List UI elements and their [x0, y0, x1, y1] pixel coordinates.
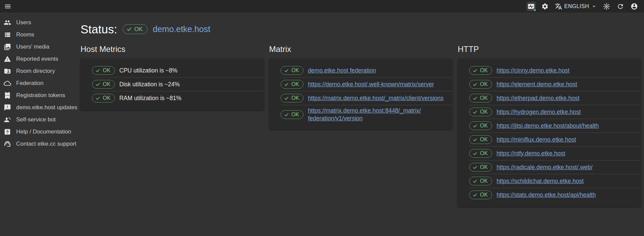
- sidebar-item-label: Users' media: [16, 43, 50, 50]
- sidebar: UsersRoomsUsers' mediaReported eventsRoo…: [0, 12, 80, 150]
- status-link[interactable]: demo.etke.host federation: [308, 67, 376, 75]
- warning-icon: [4, 55, 11, 63]
- status-link[interactable]: https:/​/​radicale.demo.etke.host/​.web/…: [496, 164, 592, 171]
- sidebar-item-room-directory[interactable]: Room directory: [0, 65, 80, 77]
- status-link[interactable]: https:/​/​demo.etke.host/​.well-known/​m…: [308, 81, 434, 88]
- check-icon: [95, 68, 100, 73]
- list-icon: [4, 31, 11, 38]
- status-row: OKhttps:/​/​ntfy.demo.etke.host: [458, 147, 641, 160]
- ok-chip-label: OK: [291, 82, 299, 87]
- status-row: OKhttps:/​/​cinny.demo.etke.host: [458, 64, 641, 77]
- ok-chip-label: OK: [103, 68, 110, 73]
- sidebar-item-users[interactable]: Users: [0, 17, 80, 29]
- sidebar-item-reported-events[interactable]: Reported events: [0, 53, 80, 65]
- status-row: OKhttps:/​/​element.demo.etke.host: [458, 78, 641, 91]
- support-agent-icon: [4, 140, 11, 148]
- sidebar-item-updates[interactable]: demo.etke.host updates: [0, 101, 80, 114]
- settings-button[interactable]: [540, 2, 550, 11]
- menu-button[interactable]: [3, 2, 12, 11]
- sidebar-item-help[interactable]: ?Help / Documentation: [0, 126, 80, 138]
- brightness-icon: [603, 3, 610, 10]
- gear-icon: [541, 3, 549, 10]
- folder-shared-icon: [4, 67, 11, 75]
- ok-chip: OK: [469, 121, 492, 130]
- hostname-link[interactable]: demo.etke.host: [153, 24, 211, 34]
- check-icon: [473, 151, 478, 156]
- account-circle-icon: [631, 3, 638, 10]
- status-column-matrix: MatrixOKdemo.etke.host federationOKhttps…: [269, 45, 452, 207]
- ok-chip: OK: [281, 66, 303, 75]
- status-row: OKdemo.etke.host federation: [269, 64, 452, 77]
- status-text: CPU utilization is ~8%: [119, 67, 178, 75]
- ok-chip-label: OK: [480, 165, 488, 170]
- status-row: OKhttps:/​/​matrix.demo.etke.host:8448/​…: [269, 105, 452, 124]
- appbar-actions: ENGLISH: [526, 2, 639, 11]
- status-link[interactable]: https:/​/​cinny.demo.etke.host: [496, 67, 570, 75]
- sidebar-item-rooms[interactable]: Rooms: [0, 29, 80, 41]
- column-title: Matrix: [269, 45, 452, 54]
- sidebar-item-label: demo.etke.host updates: [16, 104, 77, 111]
- main-content: Status: OK demo.etke.host Host MetricsOK…: [80, 12, 644, 207]
- sidebar-item-contact-support[interactable]: Contact etke.cc support: [0, 138, 80, 150]
- ok-chip-label: OK: [480, 123, 488, 128]
- status-row: OKhttps:/​/​demo.etke.host/​.well-known/…: [269, 78, 452, 91]
- check-icon: [95, 96, 100, 101]
- status-link[interactable]: https:/​/​schildichat.demo.etke.host: [496, 177, 584, 185]
- status-row: OKhttps:/​/​radicale.demo.etke.host/​.we…: [458, 160, 641, 174]
- status-row: OKhttps:/​/​miniflux.demo.etke.host: [458, 133, 641, 146]
- status-link[interactable]: https:/​/​ntfy.demo.etke.host: [496, 150, 565, 157]
- ok-chip: OK: [281, 94, 303, 102]
- status-row: OKDisk utilization is ~24%: [80, 78, 264, 91]
- status-row: OKhttps:/​/​hydrogen.demo.etke.host: [458, 105, 641, 119]
- sidebar-item-self-service-bot[interactable]: Self-service bot: [0, 114, 80, 126]
- column-title: Host Metrics: [80, 45, 264, 54]
- check-icon: [284, 68, 289, 73]
- status-column-host-metrics: Host MetricsOKCPU utilization is ~8%OKDi…: [80, 45, 264, 207]
- status-link[interactable]: https:/​/​jitsi.demo.etke.host/​about/​h…: [496, 122, 599, 130]
- sidebar-item-users-media[interactable]: Users' media: [0, 41, 80, 53]
- ok-chip-label: OK: [480, 151, 488, 156]
- refresh-icon: [617, 3, 624, 10]
- ok-chip-label: OK: [480, 68, 488, 73]
- monitoring-button[interactable]: [526, 2, 536, 11]
- status-link[interactable]: https:/​/​matrix.demo.etke.host/​_matrix…: [308, 94, 444, 102]
- sidebar-item-label: Help / Documentation: [16, 128, 71, 135]
- status-row: OKhttps:/​/​jitsi.demo.etke.host/​about/…: [458, 119, 641, 132]
- check-icon: [284, 112, 289, 117]
- status-link[interactable]: https:/​/​etherpad.demo.etke.host: [496, 94, 579, 102]
- ok-chip-label: OK: [103, 82, 110, 87]
- sidebar-item-federation[interactable]: Federation: [0, 77, 80, 89]
- sidebar-item-registration-tokens[interactable]: Registration tokens: [0, 89, 80, 101]
- language-select[interactable]: ENGLISH: [554, 3, 598, 10]
- check-icon: [284, 96, 289, 101]
- language-label: ENGLISH: [564, 4, 589, 9]
- ok-chip-label: OK: [291, 68, 299, 73]
- status-link[interactable]: https:/​/​miniflux.demo.etke.host: [496, 136, 576, 144]
- status-chip-label: OK: [134, 26, 143, 32]
- ok-chip: OK: [469, 190, 492, 199]
- check-icon: [473, 110, 478, 115]
- status-badge-dot: [533, 8, 537, 12]
- status-link[interactable]: https:/​/​element.demo.etke.host: [496, 81, 577, 88]
- group-icon: [4, 19, 11, 26]
- check-icon: [284, 82, 289, 87]
- status-row: OKRAM utilization is ~81%: [80, 91, 264, 105]
- ok-chip: OK: [469, 108, 492, 116]
- status-link[interactable]: https:/​/​stats.demo.etke.host/​api/​hea…: [496, 191, 596, 199]
- ok-chip: OK: [281, 80, 303, 89]
- account-button[interactable]: [630, 2, 639, 11]
- status-text: Disk utilization is ~24%: [119, 81, 180, 88]
- hamburger-icon: [4, 3, 11, 10]
- refresh-button[interactable]: [616, 2, 625, 11]
- ok-chip-label: OK: [480, 178, 488, 184]
- status-link[interactable]: https:/​/​matrix.demo.etke.host:8448/​_m…: [308, 107, 448, 122]
- sidebar-item-label: Rooms: [16, 31, 34, 38]
- ok-chip: OK: [469, 177, 492, 185]
- theme-button[interactable]: [602, 2, 611, 11]
- status-link[interactable]: https:/​/​hydrogen.demo.etke.host: [496, 108, 581, 116]
- check-icon: [473, 179, 478, 184]
- photo-library-icon: [4, 43, 11, 51]
- status-row: OKhttps:/​/​stats.demo.etke.host/​api/​h…: [458, 188, 641, 202]
- svg-text:?: ?: [6, 130, 9, 135]
- check-icon: [473, 96, 478, 101]
